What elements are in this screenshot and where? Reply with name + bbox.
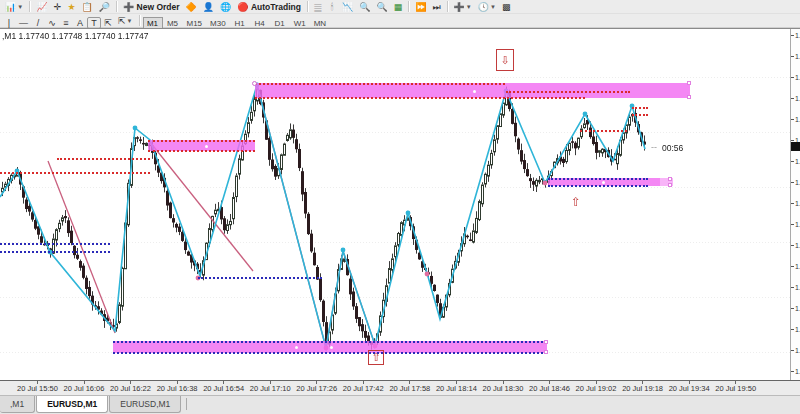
price-axis-label-clipped: 1. <box>795 326 800 333</box>
time-axis-label: 20 Jul 18:46 <box>529 384 570 393</box>
buy-signal-arrow[interactable]: ⇧ <box>571 195 583 208</box>
resistance-dotted-line[interactable] <box>148 140 255 142</box>
price-axis-label-clipped: 1. <box>795 32 800 39</box>
toolbar-separator <box>447 1 448 12</box>
zone-anchor-handle[interactable] <box>252 81 257 86</box>
price-axis-label-clipped: 1. <box>795 53 800 60</box>
indicators-button[interactable]: ➕▼ <box>451 1 475 13</box>
crosshair-icon: ✛ <box>54 2 62 12</box>
arrows-tool-button[interactable]: ⇱▼ <box>115 15 136 27</box>
price-axis-label-clipped: 1. <box>795 347 800 354</box>
chart-shift-icon: ⏭ <box>432 2 440 12</box>
zone-resize-handle[interactable] <box>544 340 548 344</box>
price-axis-tick <box>791 56 794 57</box>
horizontal-line-tool-button[interactable]: — <box>16 17 31 29</box>
zone-resize-handle[interactable] <box>668 177 672 181</box>
tile-windows-button[interactable]: ▦ <box>391 1 406 13</box>
chevron-down-icon: ▼ <box>17 4 23 10</box>
auto-scroll-button[interactable]: ⏩ <box>412 1 429 13</box>
zone-resize-handle[interactable] <box>687 95 691 99</box>
equidistant-channel-tool-button[interactable]: ≡ <box>59 17 73 29</box>
support-dotted-line[interactable] <box>198 277 322 279</box>
text-tool-button[interactable]: A <box>73 17 87 29</box>
support-dotted-line[interactable] <box>113 352 547 354</box>
zone-center-dot <box>205 145 208 148</box>
time-axis-label: 20 Jul 18:14 <box>436 384 477 393</box>
resistance-dotted-line[interactable] <box>255 83 505 85</box>
bar-chart-icon: 𝄛 <box>314 2 321 12</box>
chart-tab-partial[interactable]: ,M1 <box>0 396 35 413</box>
support-dotted-line[interactable] <box>548 178 648 180</box>
chart-tab-eurusd-m1-active[interactable]: EURUSD,M1 <box>36 396 108 413</box>
time-axis[interactable]: 20 Jul 15:5020 Jul 16:0620 Jul 16:2220 J… <box>0 380 800 395</box>
price-axis-tick <box>791 35 794 36</box>
zone-center-dot <box>602 181 605 184</box>
resistance-dotted-line[interactable] <box>580 130 627 132</box>
text-label-tool-button[interactable]: T <box>87 17 101 29</box>
price-axis-label-clipped: 1. <box>795 242 800 249</box>
price-axis-tick <box>791 308 794 309</box>
price-axis-label-clipped: 1. <box>795 284 800 291</box>
resistance-dotted-line[interactable] <box>506 91 630 93</box>
zoom-in-button[interactable]: 🔍 <box>356 1 373 13</box>
arrows-tool-button[interactable]: ⇱ <box>101 17 115 29</box>
resistance-dotted-line[interactable] <box>632 114 648 116</box>
price-axis-tick <box>791 203 794 204</box>
sell-signal-arrow-box[interactable]: ⇩ <box>496 49 514 71</box>
price-axis[interactable]: 1.1.1.1.1.1.1.1.1.1.1.1.1.1.1.1.1. <box>790 29 800 380</box>
support-dotted-line[interactable] <box>0 251 110 253</box>
support-dotted-line[interactable] <box>113 341 547 343</box>
zone-resize-handle[interactable] <box>668 183 672 187</box>
chevron-down-icon: ▼ <box>490 4 496 10</box>
toolbar-separator <box>307 1 308 12</box>
resistance-dotted-line[interactable] <box>57 158 150 160</box>
search-icon: 🔎 <box>99 2 110 12</box>
support-dotted-line[interactable] <box>548 185 648 187</box>
price-axis-tick <box>791 266 794 267</box>
time-axis-label: 20 Jul 17:26 <box>296 384 337 393</box>
chart-shift-button[interactable]: ⏭ <box>429 1 443 13</box>
zone-resize-handle[interactable] <box>544 350 548 354</box>
resistance-dotted-line[interactable] <box>632 107 648 109</box>
time-axis-label: 20 Jul 17:10 <box>250 384 291 393</box>
vertical-line-tool-button[interactable]: | <box>2 17 16 29</box>
buy-signal-arrow-box[interactable]: ⇧ <box>368 350 384 365</box>
fibonacci-tool-button[interactable]: ∿ <box>45 17 59 29</box>
price-chart-canvas[interactable] <box>0 29 790 380</box>
price-axis-tick <box>791 371 794 372</box>
price-axis-label-clipped: 1. <box>795 74 800 81</box>
plus-icon: ➕ <box>123 2 134 12</box>
resistance-dotted-line[interactable] <box>255 97 585 99</box>
autotrading-label: AutoTrading <box>251 2 301 12</box>
indicators-plus-icon: ➕ <box>454 2 465 12</box>
toolbar-separator <box>139 15 140 26</box>
zoom-out-icon: 🔍 <box>376 2 387 12</box>
periods-button[interactable]: 🕓▼ <box>475 1 499 13</box>
resistance-dotted-line[interactable] <box>148 150 255 152</box>
time-axis-label: 20 Jul 19:50 <box>715 384 756 393</box>
tile-windows-icon: ▦ <box>394 2 403 12</box>
time-axis-label: 20 Jul 15:50 <box>17 384 58 393</box>
new-order-label: New Order <box>137 2 180 12</box>
templates-button[interactable]: ▩ <box>499 1 514 13</box>
support-dotted-line[interactable] <box>0 243 110 245</box>
chart-plot-area[interactable]: ,M1 1.17740 1.17748 1.17740 1.17747 ⇩⇧⇧-… <box>0 29 800 380</box>
zone-center-dot <box>295 346 298 349</box>
price-axis-label-clipped: 1. <box>795 263 800 270</box>
diamond-icon: 🔶 <box>186 2 197 12</box>
globe-icon: 🌐 <box>220 2 231 12</box>
zone-resize-handle[interactable] <box>687 81 691 85</box>
toolbar-separator <box>116 1 117 12</box>
trendline-tool-button[interactable]: / <box>31 17 45 29</box>
auto-scroll-icon: ⏩ <box>415 2 426 12</box>
chart-tab-eurusd-m1[interactable]: EURUSD,M1 <box>109 396 181 413</box>
person-icon: 👤 <box>203 2 214 12</box>
resistance-dotted-line[interactable] <box>0 172 150 174</box>
time-axis-label: 20 Jul 17:58 <box>389 384 430 393</box>
zoom-out-button[interactable]: 🔍 <box>373 1 390 13</box>
candle-countdown-label: 00:56 <box>662 143 683 153</box>
line-chart-button[interactable]: 📉 <box>339 1 356 13</box>
price-axis-tick <box>791 77 794 78</box>
time-axis-label: 20 Jul 18:30 <box>483 384 524 393</box>
notepad-icon: 📋 <box>82 2 93 12</box>
